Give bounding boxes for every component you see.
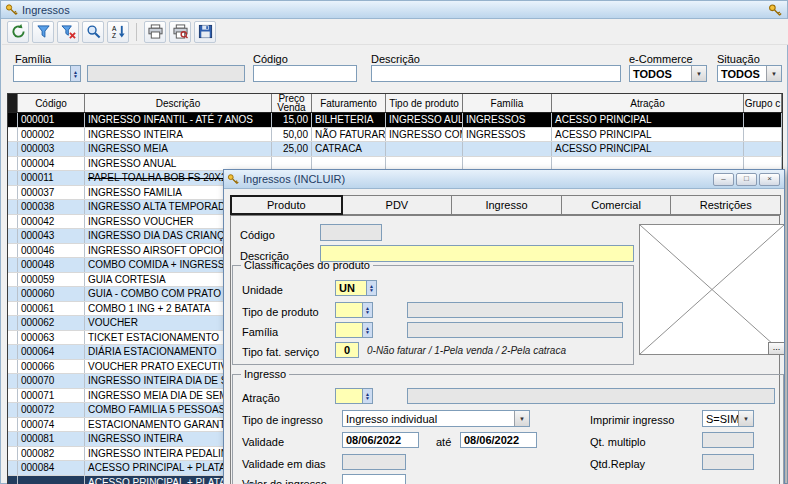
column-header[interactable]: Descrição [85,94,272,112]
grid-cell [463,142,552,156]
tipo-fat-input[interactable]: 0 [335,342,359,358]
grid-cell: 000060 [18,287,85,301]
search-icon [86,24,101,39]
grid-cell [8,273,18,287]
grid-cell [8,128,18,142]
grid-cell: 000062 [18,316,85,330]
table-row[interactable]: 000001INGRESSO INFANTIL - ATÉ 7 ANOS15,0… [8,113,782,128]
grid-header: CódigoDescriçãoPreço VendaFaturamentoTip… [8,94,782,113]
toolbar-separator [136,23,137,41]
grid-cell: 50,00 [272,128,312,142]
maximize-button[interactable]: □ [736,173,757,186]
column-header[interactable]: Faturamento [312,94,386,112]
grid-cell: INGRESSO COMUM [386,128,463,142]
grid-cell: INGRESSOS [463,128,552,142]
grid-cell [8,360,18,374]
spinner-icon[interactable]: ▲▼ [70,66,80,81]
grid-cell: 000081 [18,432,85,446]
dialog-title: Ingressos (INCLUIR) [243,173,345,185]
tipo-ingresso-label: Tipo de ingresso [242,414,323,426]
grid-cell [8,331,18,345]
grid-cell: 000003 [18,142,85,156]
spinner-icon[interactable]: ▲▼ [362,323,372,337]
print-preview-button[interactable] [169,21,191,43]
tab-pdv[interactable]: PDV [342,195,453,215]
atracao-label: Atração [242,392,280,404]
tab-ingresso[interactable]: Ingresso [451,195,562,215]
familia-code-input[interactable]: ▲▼ [13,65,81,82]
grid-cell [8,403,18,417]
tab-restricoes[interactable]: Restrições [670,195,781,215]
filter-button[interactable] [32,21,54,43]
column-header[interactable]: Atração [552,94,744,112]
grid-cell [8,447,18,461]
codigo-field [320,224,382,241]
validade-fim-input[interactable]: 08/06/2022 [460,432,537,448]
grid-cell: BILHETERIA [312,113,386,127]
grid-cell: INGRESSO MEIA [85,142,272,156]
browse-image-button[interactable]: ... [768,342,785,355]
save-button[interactable] [194,21,216,43]
grid-cell: 000082 [18,447,85,461]
column-header[interactable]: Família [463,94,552,112]
codigo-filter-input[interactable] [253,65,357,82]
table-row[interactable]: 000003INGRESSO MEIA25,00CATRACAACESSO PR… [8,142,782,157]
column-header[interactable]: Tipo de produto [386,94,463,112]
refresh-button[interactable] [7,21,29,43]
grid-cell: 000037 [18,186,85,200]
grid-cell [386,157,463,171]
grid-cell: NÃO FATURAR [312,128,386,142]
atracao-input[interactable]: ▲▼ [335,388,373,404]
svg-text:A: A [111,25,116,32]
familia-filter-label: Família [15,53,51,65]
grid-cell: 000066 [18,360,85,374]
grid-cell [8,244,18,258]
minimize-button[interactable]: – [713,173,734,186]
spinner-icon[interactable]: ▲▼ [362,303,372,317]
tipo-ingresso-select[interactable]: Ingresso individual ▼ [342,410,530,427]
validade-dias-label: Validade em dias [242,458,326,470]
qtd-replay-field [702,454,754,470]
ecommerce-select[interactable]: TODOS ▼ [629,65,707,82]
tab-produto[interactable]: Produto [230,195,343,215]
column-header[interactable]: Grupo c [744,94,782,112]
descricao-filter-input[interactable] [371,65,621,82]
spinner-icon[interactable]: ▲▼ [366,281,376,295]
sort-az-button[interactable]: AZ [107,21,129,43]
sort-az-icon: AZ [111,24,126,39]
incluir-dialog: Ingressos (INCLUIR) – □ × ProdutoPDVIngr… [223,169,785,484]
descricao-input[interactable] [320,245,634,262]
product-image-placeholder [639,224,785,355]
filter-clear-button[interactable] [57,21,79,43]
tab-comercial[interactable]: Comercial [561,195,672,215]
tipo-produto-input[interactable]: ▲▼ [335,302,373,318]
close-button[interactable]: × [759,173,780,186]
grid-cell [8,302,18,316]
window-titlebar: Ingressos [1,1,787,19]
chevron-down-icon: ▼ [738,411,753,426]
grid-cell [8,142,18,156]
validade-inicio-input[interactable]: 08/06/2022 [342,432,419,448]
grid-cell [8,229,18,243]
imprimir-select[interactable]: S=SIM ▼ [702,410,754,427]
table-row[interactable]: 000002INGRESSO INTEIRA50,00NÃO FATURARIN… [8,128,782,143]
spinner-icon[interactable]: ▲▼ [362,389,372,403]
qt-multiplo-label: Qt. multiplo [590,436,646,448]
print-button[interactable] [144,21,166,43]
grid-corner-cell [8,94,18,112]
unidade-input[interactable]: UN ▲▼ [335,280,377,296]
atracao-name-field [407,388,775,404]
ingresso-group-title: Ingresso [241,368,289,380]
column-header[interactable]: Código [18,94,85,112]
toolbar: AZ [2,19,788,45]
grid-cell: 000074 [18,418,85,432]
key-icon [5,3,18,16]
grid-cell: ACESSO PRINCIPAL [552,113,744,127]
situacao-select[interactable]: TODOS ▼ [717,65,782,82]
grid-cell [312,157,386,171]
print-icon [148,24,163,39]
familia-input[interactable]: ▲▼ [335,322,373,338]
search-button[interactable] [82,21,104,43]
key-icon [227,173,239,185]
column-header[interactable]: Preço Venda [272,94,312,112]
